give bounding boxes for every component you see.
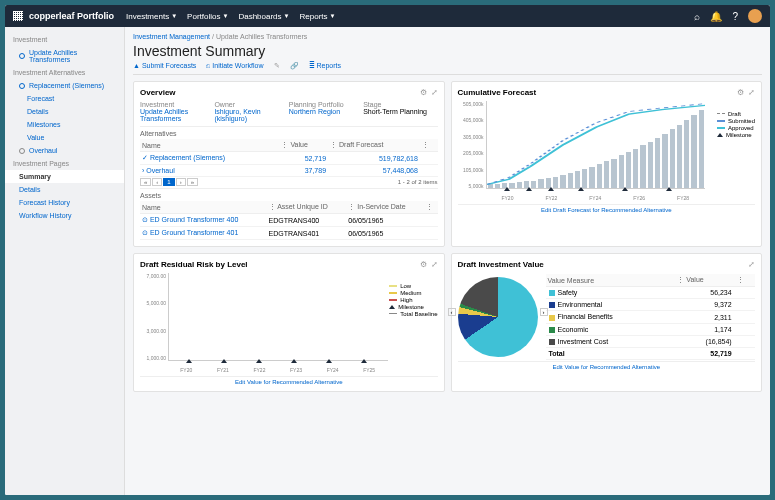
breadcrumb: Investment Management / Update Achilles …	[133, 33, 762, 40]
table-row[interactable]: Investment Cost(16,854)	[546, 335, 756, 347]
sidebar-alt-overhaul[interactable]: Overhaul	[5, 144, 124, 157]
pie-prev[interactable]: ‹	[448, 308, 456, 316]
initiate-workflow-button[interactable]: ⎌ Initiate Workflow	[206, 62, 263, 70]
brand-logo: copperleaf Portfolio	[29, 11, 114, 21]
table-row[interactable]: ✓ Replacement (Siemens)52,719519,782,618	[140, 152, 438, 165]
sidebar-value[interactable]: Value	[5, 131, 124, 144]
overview-investment-link[interactable]: Update Achilles Transformers	[140, 108, 214, 122]
pager-last[interactable]: »	[187, 178, 198, 186]
pager-page-1[interactable]: 1	[163, 178, 174, 186]
risk-chart: 1,000.003,000.005,000.007,000.00 FY20FY2…	[140, 273, 438, 373]
avatar[interactable]	[748, 9, 762, 23]
sidebar-details[interactable]: Details	[5, 105, 124, 118]
table-row[interactable]: ⊙ ED Ground Transformer 401EDGTRANS40106…	[140, 227, 438, 240]
sidebar-milestones[interactable]: Milestones	[5, 118, 124, 131]
gear-icon[interactable]: ⚙	[420, 88, 427, 97]
value-pie-chart	[458, 277, 538, 357]
pager-info: 1 - 2 of 2 items	[398, 179, 438, 185]
edit-icon[interactable]: ✎	[274, 62, 280, 70]
value-card: Draft Investment Value ⤢ ‹ › Value Measu…	[451, 253, 763, 392]
help-icon[interactable]: ?	[732, 11, 738, 22]
expand-icon[interactable]: ⤢	[748, 88, 755, 97]
pager-first[interactable]: «	[140, 178, 151, 186]
overview-title: Overview	[140, 88, 176, 97]
link-icon[interactable]: 🔗	[290, 62, 299, 70]
expand-icon[interactable]: ⤢	[431, 260, 438, 269]
risk-title: Draft Residual Risk by Level	[140, 260, 248, 269]
sidebar-current-investment[interactable]: Update Achilles Transformers	[5, 46, 124, 66]
table-row[interactable]: Safety56,234	[546, 287, 756, 299]
pager-prev[interactable]: ‹	[152, 178, 162, 186]
main: Investment Management / Update Achilles …	[125, 27, 770, 495]
value-title: Draft Investment Value	[458, 260, 544, 269]
nav-dashboards[interactable]: Dashboards▼	[238, 12, 289, 21]
page-title: Investment Summary	[133, 43, 762, 59]
table-row[interactable]: Environmental9,372	[546, 299, 756, 311]
pager-next[interactable]: ›	[176, 178, 186, 186]
assets-table: Name⋮ Asset Unique ID⋮ In-Service Date⋮ …	[140, 201, 438, 240]
gear-icon[interactable]: ⚙	[737, 88, 744, 97]
sidebar-forecast[interactable]: Forecast	[5, 92, 124, 105]
table-row[interactable]: Financial Benefits2,311	[546, 311, 756, 323]
sidebar-section-alternatives: Investment Alternatives	[5, 66, 124, 79]
pie-next[interactable]: ›	[540, 308, 548, 316]
gear-icon[interactable]: ⚙	[420, 260, 427, 269]
breadcrumb-parent[interactable]: Investment Management	[133, 33, 210, 40]
sidebar-page-summary[interactable]: Summary	[5, 170, 124, 183]
action-bar: ▲ Submit Forecasts ⎌ Initiate Workflow ✎…	[133, 62, 762, 75]
expand-icon[interactable]: ⤢	[431, 88, 438, 97]
nav-investments[interactable]: Investments▼	[126, 12, 177, 21]
bell-icon[interactable]: 🔔	[710, 11, 722, 22]
nav-portfolios[interactable]: Portfolios▼	[187, 12, 228, 21]
table-row[interactable]: › Overhaul37,78957,448,068	[140, 165, 438, 177]
sidebar-page-forecast-history[interactable]: Forecast History	[5, 196, 124, 209]
alternatives-table: Name⋮ Value⋮ Draft Forecast⋮ ✓ Replaceme…	[140, 139, 438, 177]
overview-card: Overview ⚙⤢ InvestmentUpdate Achilles Tr…	[133, 81, 445, 247]
sidebar-page-details[interactable]: Details	[5, 183, 124, 196]
alternatives-header: Alternatives	[140, 126, 438, 137]
sidebar-section-investment: Investment	[5, 33, 124, 46]
table-row[interactable]: Economic1,174	[546, 323, 756, 335]
expand-icon[interactable]: ⤢	[748, 260, 755, 269]
risk-edit-link[interactable]: Edit Value for Recommended Alternative	[140, 376, 438, 385]
sidebar-section-pages: Investment Pages	[5, 157, 124, 170]
reports-button[interactable]: ≣ Reports	[309, 62, 341, 70]
sidebar-page-workflow-history[interactable]: Workflow History	[5, 209, 124, 222]
value-table: Value Measure⋮ Value⋮ Safety56,234Enviro…	[546, 274, 756, 360]
forecast-card: Cumulative Forecast ⚙⤢ 5,000k105,000k205…	[451, 81, 763, 247]
sidebar: Investment Update Achilles Transformers …	[5, 27, 125, 495]
apps-icon[interactable]	[13, 11, 23, 21]
table-row[interactable]: ⊙ ED Ground Transformer 400EDGTRANS40006…	[140, 214, 438, 227]
topbar: copperleaf Portfolio Investments▼ Portfo…	[5, 5, 770, 27]
submit-forecasts-button[interactable]: ▲ Submit Forecasts	[133, 62, 196, 70]
overview-owner-link[interactable]: Ishiguro, Kevin (kishiguro)	[214, 108, 288, 122]
search-icon[interactable]: ⌕	[694, 11, 700, 22]
overview-portfolio-link[interactable]: Northern Region	[289, 108, 363, 115]
assets-header: Assets	[140, 188, 438, 199]
forecast-edit-link[interactable]: Edit Draft Forecast for Recommended Alte…	[458, 204, 756, 213]
value-edit-link[interactable]: Edit Value for Recommended Alternative	[458, 361, 756, 370]
risk-card: Draft Residual Risk by Level ⚙⤢ 1,000.00…	[133, 253, 445, 392]
forecast-title: Cumulative Forecast	[458, 88, 537, 97]
sidebar-alt-replacement[interactable]: Replacement (Siemens)	[5, 79, 124, 92]
nav-reports[interactable]: Reports▼	[300, 12, 336, 21]
forecast-chart: 5,000k105,000k205,000k305,000k405,000k50…	[458, 101, 756, 201]
